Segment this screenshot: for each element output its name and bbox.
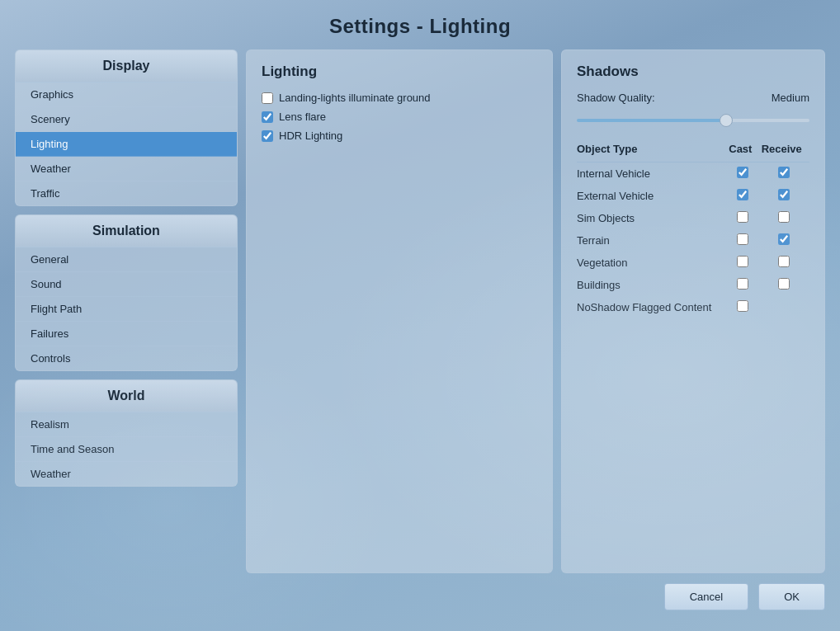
cast-buildings-checkbox[interactable] <box>737 278 748 290</box>
table-row: Vegetation <box>577 252 809 274</box>
sidebar-display-header: Display <box>16 50 237 82</box>
receive-sim-objects <box>758 207 809 229</box>
shadow-table: Object Type Cast Receive Internal Vehicl… <box>577 139 809 318</box>
receive-internal-vehicle-checkbox[interactable] <box>778 167 790 178</box>
receive-vegetation-checkbox[interactable] <box>778 256 790 267</box>
object-type-internal-vehicle: Internal Vehicle <box>577 162 727 186</box>
lens-flare-label[interactable]: Lens flare <box>279 111 326 123</box>
sidebar-item-controls[interactable]: Controls <box>16 346 237 370</box>
sidebar-section-simulation: Simulation General Sound Flight Path Fai… <box>15 214 238 371</box>
object-type-external-vehicle: External Vehicle <box>577 185 727 207</box>
shadow-quality-label: Shadow Quality: <box>577 92 655 104</box>
table-row: Sim Objects <box>577 207 809 229</box>
shadows-panel: Shadows Shadow Quality: Medium Object Ty… <box>561 49 825 573</box>
object-type-sim-objects: Sim Objects <box>577 207 727 229</box>
receive-external-vehicle <box>758 185 809 207</box>
table-row: NoShadow Flagged Content <box>577 296 809 318</box>
cast-terrain-checkbox[interactable] <box>737 233 748 245</box>
sidebar-item-traffic[interactable]: Traffic <box>16 181 237 205</box>
receive-terrain <box>758 229 809 252</box>
receive-buildings-checkbox[interactable] <box>778 278 790 290</box>
sidebar-item-time-season[interactable]: Time and Season <box>16 437 237 462</box>
ok-button[interactable]: OK <box>758 583 825 610</box>
cast-external-vehicle <box>727 185 758 207</box>
cast-vegetation <box>727 252 758 274</box>
table-row: Terrain <box>577 229 809 252</box>
sidebar-item-graphics[interactable]: Graphics <box>16 82 237 107</box>
shadows-panel-title: Shadows <box>577 64 809 80</box>
sidebar-section-world: World Realism Time and Season Weather <box>15 379 238 487</box>
sidebar-section-display: Display Graphics Scenery Lighting Weathe… <box>15 49 238 206</box>
cast-internal-vehicle <box>727 162 758 186</box>
cast-terrain <box>727 229 758 252</box>
sidebar-item-failures[interactable]: Failures <box>16 322 237 346</box>
lighting-panel: Lighting Landing-lights illuminate groun… <box>246 49 553 573</box>
cast-external-vehicle-checkbox[interactable] <box>737 189 748 200</box>
object-type-buildings: Buildings <box>577 274 727 296</box>
lighting-panel-title: Lighting <box>262 64 537 80</box>
table-row: External Vehicle <box>577 185 809 207</box>
col-header-object-type: Object Type <box>577 139 727 162</box>
sidebar-item-realism[interactable]: Realism <box>16 412 237 437</box>
hdr-lighting-label[interactable]: HDR Lighting <box>279 129 342 142</box>
sidebar-item-display-weather[interactable]: Weather <box>16 157 237 181</box>
landing-lights-row: Landing-lights illuminate ground <box>262 92 537 104</box>
receive-sim-objects-checkbox[interactable] <box>778 211 790 223</box>
col-header-receive: Receive <box>758 139 809 162</box>
sidebar-world-header: World <box>16 380 237 412</box>
landing-lights-label[interactable]: Landing-lights illuminate ground <box>279 92 431 104</box>
object-type-vegetation: Vegetation <box>577 252 727 274</box>
sidebar: Display Graphics Scenery Lighting Weathe… <box>15 49 238 573</box>
shadow-quality-slider-container <box>577 112 809 125</box>
receive-external-vehicle-checkbox[interactable] <box>778 189 790 200</box>
shadow-quality-row: Shadow Quality: Medium <box>577 92 809 104</box>
sidebar-item-general[interactable]: General <box>16 247 237 272</box>
landing-lights-checkbox[interactable] <box>262 92 273 104</box>
sidebar-item-lighting[interactable]: Lighting <box>16 132 237 157</box>
cast-sim-objects <box>727 207 758 229</box>
cast-noshadow-checkbox[interactable] <box>737 300 748 312</box>
sidebar-simulation-header: Simulation <box>16 215 237 247</box>
cast-sim-objects-checkbox[interactable] <box>737 211 748 223</box>
sidebar-item-world-weather[interactable]: Weather <box>16 462 237 486</box>
hdr-lighting-row: HDR Lighting <box>262 129 537 142</box>
receive-vegetation <box>758 252 809 274</box>
table-row: Internal Vehicle <box>577 162 809 186</box>
cancel-button[interactable]: Cancel <box>664 583 748 610</box>
receive-terrain-checkbox[interactable] <box>778 233 790 245</box>
receive-internal-vehicle <box>758 162 809 186</box>
shadow-quality-value: Medium <box>772 92 809 104</box>
sidebar-item-flight-path[interactable]: Flight Path <box>16 297 237 322</box>
bottom-bar: Cancel OK <box>0 573 840 619</box>
cast-internal-vehicle-checkbox[interactable] <box>737 167 748 178</box>
cast-noshadow <box>727 296 758 318</box>
shadow-quality-slider[interactable] <box>577 119 809 122</box>
receive-noshadow <box>758 296 809 318</box>
object-type-noshadow: NoShadow Flagged Content <box>577 296 727 318</box>
col-header-cast: Cast <box>727 139 758 162</box>
cast-vegetation-checkbox[interactable] <box>737 256 748 267</box>
page-title: Settings - Lighting <box>0 0 840 49</box>
receive-buildings <box>758 274 809 296</box>
sidebar-item-sound[interactable]: Sound <box>16 272 237 297</box>
object-type-terrain: Terrain <box>577 229 727 252</box>
lens-flare-checkbox[interactable] <box>262 111 273 123</box>
table-row: Buildings <box>577 274 809 296</box>
cast-buildings <box>727 274 758 296</box>
lens-flare-row: Lens flare <box>262 111 537 123</box>
sidebar-item-scenery[interactable]: Scenery <box>16 107 237 132</box>
hdr-lighting-checkbox[interactable] <box>262 130 273 142</box>
